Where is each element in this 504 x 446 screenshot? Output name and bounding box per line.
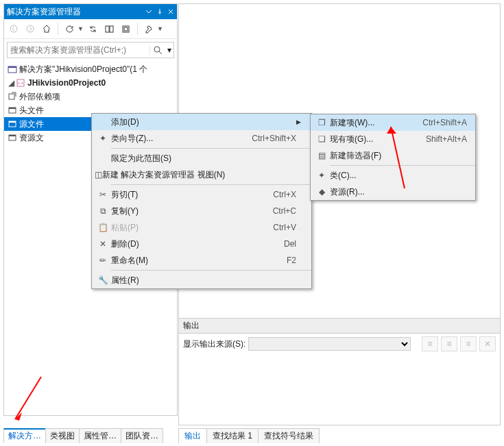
folder-icon	[7, 105, 18, 116]
menu-class[interactable]: ✦ 类(C)...	[311, 167, 475, 184]
menu-label: 剪切(T)	[111, 189, 241, 201]
panel-title: 解决方案资源管理器	[7, 6, 145, 18]
menu-shortcut: F2	[241, 256, 296, 265]
pin-icon[interactable]	[156, 8, 163, 15]
menu-label: 属性(R)	[111, 275, 241, 286]
menu-label: 新建筛选器(F)	[330, 150, 412, 162]
class-icon: ✦	[313, 171, 330, 180]
sync-icon[interactable]	[86, 22, 100, 36]
menu-existing-item[interactable]: ❏ 现有项(G)... Shift+Alt+A	[311, 131, 475, 147]
search-box[interactable]: ▾	[7, 42, 174, 58]
tab-find-symbol-results[interactable]: 查找符号结果	[258, 428, 320, 443]
svg-rect-5	[124, 27, 128, 31]
tree-label: 解决方案"JHikvision0Project0"(1 个	[19, 64, 147, 75]
menu-cut[interactable]: ✂ 剪切(T) Ctrl+X	[92, 186, 311, 203]
output-tabs: 输出 查找结果 1 查找符号结果	[178, 428, 319, 443]
home-icon[interactable]	[40, 22, 53, 36]
output-btn-1[interactable]: ≡	[422, 336, 438, 351]
menu-label: 类(C)...	[330, 170, 412, 182]
refs-icon	[7, 91, 18, 102]
context-menu: 添加(D) ▶ ✦ 类向导(Z)... Ctrl+Shift+X 限定为此范围(…	[91, 113, 312, 289]
menu-shortcut: Ctrl+X	[241, 190, 296, 199]
output-source-select[interactable]	[248, 337, 411, 351]
close-icon[interactable]	[167, 8, 174, 15]
menu-class-wizard[interactable]: ✦ 类向导(Z)... Ctrl+Shift+X	[92, 130, 311, 147]
tree-project-node[interactable]: ◢ ++ JHikvision0Project0	[4, 76, 177, 90]
properties-icon[interactable]	[142, 22, 156, 36]
menu-label: 新建 解决方案资源管理器 视图(N)	[102, 169, 245, 181]
svg-rect-15	[9, 121, 16, 123]
back-icon[interactable]	[7, 22, 21, 36]
menu-copy[interactable]: ⧉ 复制(Y) Ctrl+C	[92, 203, 311, 219]
tab-output[interactable]: 输出	[178, 428, 207, 443]
menu-new-view[interactable]: ◫ 新建 解决方案资源管理器 视图(N)	[92, 166, 311, 183]
tree-label: 源文件	[19, 119, 44, 130]
svg-rect-8	[8, 66, 16, 68]
folder-icon	[7, 132, 18, 143]
menu-paste: 📋 粘贴(P) Ctrl+V	[92, 219, 311, 236]
tab-find-results-1[interactable]: 查找结果 1	[206, 428, 259, 443]
menu-new-filter[interactable]: ▤ 新建筛选器(F)	[311, 147, 475, 164]
folder-icon	[7, 119, 18, 129]
showall-icon[interactable]	[119, 22, 133, 36]
svg-point-1	[27, 25, 34, 32]
existing-item-icon: ❏	[313, 134, 330, 144]
svg-rect-17	[9, 135, 16, 136]
expand-icon[interactable]: ◢	[7, 78, 15, 88]
svg-rect-4	[123, 26, 129, 32]
wrench-icon: 🔧	[95, 275, 111, 285]
menu-label: 添加(D)	[111, 116, 241, 128]
refresh-icon[interactable]	[62, 22, 76, 36]
svg-point-0	[10, 25, 17, 32]
menu-new-item[interactable]: ❐ 新建项(W)... Ctrl+Shift+A	[311, 114, 475, 131]
chevron-down-icon[interactable]: ▼	[157, 25, 163, 32]
project-icon: ++	[15, 77, 26, 88]
menu-shortcut: Ctrl+C	[241, 206, 296, 216]
tab-solution-explorer[interactable]: 解决方…	[3, 428, 46, 443]
output-btn-2[interactable]: ≡	[441, 336, 457, 351]
tab-property-manager[interactable]: 属性管…	[79, 428, 121, 443]
menu-properties[interactable]: 🔧 属性(R)	[92, 272, 311, 288]
menu-shortcut: Ctrl+Shift+X	[241, 134, 296, 143]
add-submenu: ❐ 新建项(W)... Ctrl+Shift+A ❏ 现有项(G)... Shi…	[310, 114, 476, 201]
menu-label: 删除(D)	[111, 238, 241, 250]
tree-label: 头文件	[19, 105, 44, 116]
filter-icon: ▤	[313, 151, 330, 160]
output-btn-4[interactable]: ✕	[479, 336, 496, 351]
menu-add[interactable]: 添加(D) ▶	[92, 114, 311, 130]
search-icon[interactable]	[149, 46, 165, 55]
resource-icon: ◆	[313, 187, 330, 197]
collapse-icon[interactable]	[103, 22, 117, 36]
output-panel: 输出 显示输出来源(S): ≡ ≡ ≡ ✕	[179, 318, 500, 425]
tree-external-deps[interactable]: 外部依赖项	[4, 90, 177, 103]
dropdown-icon[interactable]	[145, 8, 152, 15]
menu-rename[interactable]: ✏ 重命名(M) F2	[92, 252, 311, 269]
panel-toolbar: ▼ ▼	[4, 19, 177, 39]
menu-label: 复制(Y)	[111, 206, 241, 217]
svg-point-6	[154, 47, 160, 52]
menu-shortcut: Ctrl+V	[241, 223, 296, 232]
menu-label: 粘贴(P)	[111, 222, 241, 234]
copy-icon: ⧉	[95, 206, 111, 216]
paste-icon: 📋	[95, 223, 111, 232]
output-btn-3[interactable]: ≡	[460, 336, 477, 351]
delete-icon: ✕	[95, 239, 111, 249]
menu-scope[interactable]: 限定为此范围(S)	[92, 150, 311, 166]
tab-team-explorer[interactable]: 团队资…	[121, 428, 163, 443]
wizard-icon: ✦	[95, 134, 111, 143]
tree-label: 外部依赖项	[19, 91, 60, 103]
tree-solution-node[interactable]: 解决方案"JHikvision0Project0"(1 个	[4, 62, 177, 76]
panel-title-bar: 解决方案资源管理器	[4, 4, 177, 19]
chevron-down-icon[interactable]: ▼	[77, 25, 84, 32]
menu-shortcut: Del	[241, 239, 296, 249]
chevron-down-icon[interactable]: ▾	[165, 45, 173, 55]
tab-class-view[interactable]: 类视图	[45, 428, 80, 443]
forward-icon[interactable]	[23, 22, 37, 36]
menu-label: 重命名(M)	[111, 255, 241, 267]
menu-delete[interactable]: ✕ 删除(D) Del	[92, 236, 311, 252]
svg-rect-2	[106, 26, 109, 32]
menu-resource[interactable]: ◆ 资源(R)...	[311, 184, 475, 200]
search-input[interactable]	[8, 45, 149, 55]
new-item-icon: ❐	[313, 118, 330, 127]
window-icon: ◫	[95, 170, 102, 179]
